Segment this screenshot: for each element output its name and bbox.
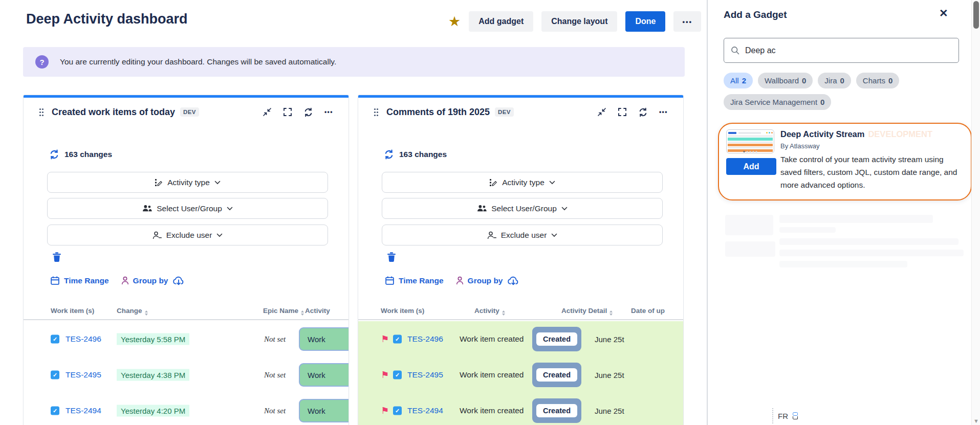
time-range-link[interactable]: Time Range [50,276,109,285]
trash-icon[interactable] [52,252,61,262]
work-item-link[interactable]: TES-2495 [407,370,443,379]
chevron-down-icon [216,233,223,237]
add-gadget-card-button[interactable]: Add [726,158,776,175]
collapse-icon[interactable] [597,107,606,117]
time-range-link[interactable]: Time Range [385,276,444,285]
filter-chip-wallboard[interactable]: Wallboard0 [758,73,813,88]
date-of-update: June 25t [595,371,624,379]
language-indicator[interactable]: FR [772,407,798,424]
gadget-description: Take control of your team activity strea… [780,153,967,191]
scrollbar-thumb[interactable] [973,1,979,29]
help-icon: ? [35,55,49,69]
flag-icon[interactable]: ⚑ [381,370,389,379]
users-icon [477,205,487,212]
trash-icon[interactable] [387,252,396,262]
col-epic-name[interactable]: Epic Name [263,307,304,316]
filter-chip-all[interactable]: All2 [724,73,753,88]
panel-title: Created work items of today [52,107,175,118]
refresh-icon[interactable] [638,107,648,117]
flag-icon[interactable]: ⚑ [381,406,389,415]
search-input[interactable] [745,46,952,55]
vertical-scrollbar[interactable]: ▼ [971,0,980,425]
scrollbar-down-arrow[interactable]: ▼ [972,418,980,424]
sidebar-title: Add a Gadget [724,9,787,20]
activity-value: Work item created [460,334,524,344]
group-by-link[interactable]: Group by [121,276,168,285]
change-layout-button[interactable]: Change layout [541,11,617,32]
col-change[interactable]: Change [117,307,148,316]
row-checkbox[interactable]: ✓ [51,371,59,379]
filter-chip-charts[interactable]: Charts0 [856,73,900,88]
activity-badge: Work [299,399,349,422]
collapse-icon[interactable] [263,107,272,117]
export-download-icon[interactable] [507,275,519,286]
select-user-group-dropdown[interactable]: Select User/Group [382,198,663,219]
panel-more-icon[interactable]: ••• [659,108,668,116]
fullscreen-icon[interactable] [283,107,292,117]
work-item-link[interactable]: TES-2495 [66,370,101,379]
drag-handle-icon[interactable] [374,108,379,117]
touch-keyboard-icon[interactable] [793,412,798,419]
change-time: Yesterday 4:20 PM [117,405,189,417]
row-checkbox[interactable]: ✓ [393,371,402,379]
done-button[interactable]: Done [625,11,665,32]
panel-more-icon[interactable]: ••• [324,108,333,116]
work-item-link[interactable]: TES-2496 [407,334,443,344]
row-checkbox[interactable]: ✓ [393,335,402,344]
activity-badge: Work [299,327,349,351]
col-activity[interactable]: Activity [474,307,505,316]
export-download-icon[interactable] [172,275,185,286]
col-date-of-update[interactable]: Date of up [631,307,665,315]
search-icon [731,46,739,55]
change-time: Yesterday 5:58 PM [117,333,189,345]
sync-icon[interactable] [384,149,394,160]
row-checkbox[interactable]: ✓ [51,407,59,415]
activity-type-label: Activity type [167,178,210,187]
activity-type-icon [155,178,163,187]
refresh-icon[interactable] [303,107,313,117]
exclude-user-dropdown[interactable]: Exclude user [382,225,663,245]
chevron-down-icon [214,181,221,185]
col-activity-detail[interactable]: Activity Detail [561,307,613,316]
sort-icon [609,310,613,316]
activity-value: Work item created [460,406,524,415]
table-row: ⚑ ✓ TES-2496 Work item created Created J… [358,321,683,357]
fullscreen-icon[interactable] [618,107,627,117]
row-checkbox[interactable]: ✓ [393,407,402,415]
col-activity[interactable]: Activity [305,307,330,315]
filter-chip-jsm[interactable]: Jira Service Management0 [724,94,831,110]
add-gadget-button[interactable]: Add gadget [469,11,533,32]
flag-icon[interactable]: ⚑ [381,334,389,344]
table-row: ✓ TES-2494 Yesterday 4:20 PM Not set Wor… [24,393,349,425]
activity-type-dropdown[interactable]: Activity type [47,172,328,193]
calendar-icon [50,276,60,285]
date-of-update: June 25t [595,335,624,344]
select-user-group-dropdown[interactable]: Select User/Group [47,198,328,219]
divider [772,408,773,423]
gadget-vendor: By Atlassway [780,142,820,150]
language-label: FR [778,412,788,420]
row-checkbox[interactable]: ✓ [51,335,59,344]
group-by-link[interactable]: Group by [456,276,503,285]
banner-message: You are currently editing your dashboard… [60,57,336,66]
changes-count-label: 163 changes [399,150,447,159]
activity-type-dropdown[interactable]: Activity type [382,172,663,193]
close-icon[interactable]: ✕ [939,7,948,19]
exclude-user-icon [153,231,162,239]
gadget-dev-tag: DEVELOPMENT [868,129,932,139]
filter-chip-jira[interactable]: Jira0 [818,73,851,88]
favorite-star-icon[interactable]: ★ [448,15,461,29]
exclude-user-dropdown[interactable]: Exclude user [47,225,328,245]
changes-counter: 163 changes [384,149,447,160]
header-more-button[interactable]: ••• [673,11,701,32]
work-item-link[interactable]: TES-2496 [66,334,101,344]
gadget-panel-comments: Comments of 19th 2025 DEV ••• 163 change… [358,95,684,425]
sync-icon[interactable] [49,149,59,160]
chevron-down-icon [561,207,568,211]
time-range-label: Time Range [399,276,444,285]
work-item-link[interactable]: TES-2494 [66,406,101,415]
gadget-card-deep-activity-stream: Deep Activity StreamDEVELOPMENT By Atlas… [718,123,972,200]
drag-handle-icon[interactable] [39,108,44,117]
work-item-link[interactable]: TES-2494 [407,406,443,415]
time-range-label: Time Range [64,276,109,285]
